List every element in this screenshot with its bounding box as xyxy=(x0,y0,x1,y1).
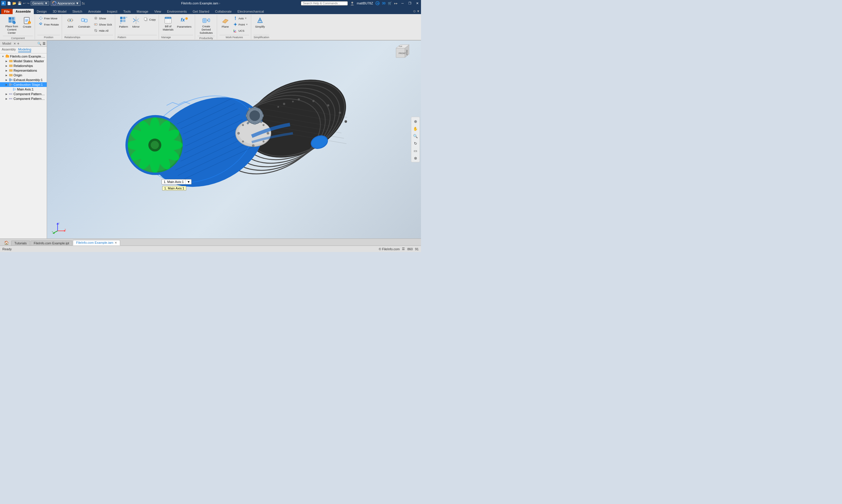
show-sick-button[interactable]: Show Sick xyxy=(92,21,113,27)
expand-icon-relationships[interactable]: ▶ xyxy=(5,64,8,68)
dropdown-arrow[interactable]: ▼ xyxy=(185,179,191,184)
tree-item-comp-pattern-1[interactable]: ▶ Component Pattern 1:1 xyxy=(0,92,47,96)
ribbon-tab-collaborate[interactable]: Collaborate xyxy=(212,9,234,14)
new-icon[interactable]: 📄 xyxy=(7,1,11,5)
search-input[interactable] xyxy=(301,1,348,5)
pattern-button[interactable]: Pattern xyxy=(118,15,129,29)
tree-item-root[interactable]: ▼ FileInfo.com Example.iam xyxy=(0,54,47,59)
tree-item-combustion-stage[interactable]: ▶ Combustion Stage:1 xyxy=(0,82,47,87)
mirror-button[interactable]: Mirror xyxy=(130,15,142,29)
simplify-button[interactable]: Simplify xyxy=(253,15,266,29)
model-tab-close-btn[interactable]: ✕ xyxy=(14,42,16,45)
plane-button[interactable]: Plane xyxy=(219,15,231,29)
svg-rect-70 xyxy=(6,55,7,55)
svg-point-132 xyxy=(267,132,269,134)
ribbon-tab-assemble[interactable]: Assemble xyxy=(13,9,34,14)
ribbon-tab-getstarted[interactable]: Get Started xyxy=(190,9,212,14)
create-button[interactable]: + Create xyxy=(21,15,33,29)
place-from-content-center-button[interactable]: + Place fromContent Center xyxy=(3,15,21,35)
ribbon-tab-design[interactable]: Design xyxy=(34,9,50,14)
expand-icon-origin[interactable]: ▶ xyxy=(5,73,8,77)
fx-icon[interactable]: fx xyxy=(82,1,85,5)
svg-point-50 xyxy=(185,17,188,20)
statusbar-menu-icon[interactable]: ☰ xyxy=(402,247,405,251)
point-dropdown[interactable]: ▼ xyxy=(246,23,248,26)
bill-of-materials-button[interactable]: Bill ofMaterials xyxy=(161,15,175,32)
zoom-window-button[interactable]: 🔍 xyxy=(412,133,419,139)
ribbon-tab-view[interactable]: View xyxy=(151,9,164,14)
panel-search-icon[interactable]: 🔍 xyxy=(37,42,41,46)
ribbon-tab-sketch[interactable]: Sketch xyxy=(69,9,85,14)
tab-example-ipt[interactable]: FileInfo.com Example.ipt xyxy=(31,240,72,246)
ribbon-tab-tools[interactable]: Tools xyxy=(120,9,134,14)
home-button[interactable]: 🏠 xyxy=(2,240,11,246)
tree-item-exhaust-assembly[interactable]: ▶ Exhaust Assembly:1 xyxy=(0,77,47,82)
zoom-in-button[interactable]: ⊕ xyxy=(412,118,419,125)
ucs-button[interactable]: UCS xyxy=(232,28,249,34)
tab-example-iam-close[interactable]: ✕ xyxy=(114,241,117,245)
free-move-button[interactable]: Free Move xyxy=(37,15,60,21)
tab-example-iam[interactable]: FileInfo.com Example.iam ✕ xyxy=(73,240,120,246)
cart-icon[interactable]: 🛒 xyxy=(388,1,392,5)
pan-button[interactable]: ✋ xyxy=(412,125,419,132)
close-button[interactable]: ✕ xyxy=(415,1,420,5)
open-icon[interactable]: 📂 xyxy=(12,1,16,5)
expand-icon-exhaust[interactable]: ▶ xyxy=(5,78,8,82)
hide-all-label: Hide All xyxy=(99,29,108,32)
axis-button[interactable]: Axis ▼ xyxy=(232,15,249,21)
create-derived-substitutes-button[interactable]: Create DerivedSubstitutes xyxy=(197,15,215,35)
free-rotate-button[interactable]: Free Rotate xyxy=(37,21,60,27)
parameters-button[interactable]: fx Parameters xyxy=(176,15,193,29)
tree-label-representations: Representations xyxy=(14,69,37,72)
expand-icon-cp2[interactable]: ▶ xyxy=(5,97,8,101)
nav-cube[interactable]: FRONT RIGHT TOP xyxy=(392,42,409,60)
tree-item-model-states[interactable]: ▶ Model States: Master xyxy=(0,59,47,64)
undo-icon[interactable]: ↩ xyxy=(23,1,25,5)
view-options-button[interactable]: ▭ xyxy=(412,147,419,154)
view-toggle-icon[interactable]: ⊙ ▼ xyxy=(413,10,420,13)
viewport-dropdown[interactable]: 1. Main Axis:1 ▼ xyxy=(162,179,192,184)
joint-button[interactable]: Joint xyxy=(64,15,76,29)
tree-item-origin[interactable]: ▶ Origin xyxy=(0,73,47,77)
style-selector-icon: ▼ xyxy=(44,1,48,5)
orbit-button[interactable]: ↻ xyxy=(412,140,419,147)
subtab-assembly[interactable]: Assembly xyxy=(2,48,16,52)
ribbon-tab-annotate[interactable]: Annotate xyxy=(85,9,104,14)
expand-icon-root[interactable]: ▼ xyxy=(1,55,5,58)
ribbon-tab-file[interactable]: File xyxy=(1,9,13,14)
more-view-button[interactable]: ⊗ xyxy=(412,155,419,161)
point-button[interactable]: Point ▼ xyxy=(232,21,249,27)
redo-icon[interactable]: ↪ xyxy=(27,1,29,5)
expand-icon-model-states[interactable]: ▶ xyxy=(5,59,8,63)
viewport[interactable]: 1. Main Axis:1 ▼ 1. Main Axis:1 FRONT RI… xyxy=(47,40,421,238)
manage-group-label: Manage xyxy=(161,35,193,39)
ribbon-tab-inspect[interactable]: Inspect xyxy=(104,9,120,14)
hide-all-button[interactable]: Hide All xyxy=(92,28,113,34)
expand-icon-cp1[interactable]: ▶ xyxy=(5,92,8,96)
expand-icon-combustion[interactable]: ▶ xyxy=(5,83,8,86)
svg-rect-36 xyxy=(123,20,125,22)
more-btn[interactable]: ▸▸ xyxy=(394,1,398,5)
restore-button[interactable]: ❐ xyxy=(407,1,412,5)
panel-menu-icon[interactable]: ☰ xyxy=(42,42,46,46)
ribbon-tab-electromech[interactable]: Electromechanical xyxy=(234,9,267,14)
ribbon-tab-manage[interactable]: Manage xyxy=(134,9,151,14)
copy-button[interactable]: Copy xyxy=(143,16,157,22)
show-button[interactable]: Show xyxy=(92,15,113,21)
minimize-button[interactable]: ─ xyxy=(400,1,405,5)
subtab-modeling[interactable]: Modeling xyxy=(18,48,32,52)
axis-dropdown[interactable]: ▼ xyxy=(245,17,247,20)
ribbon-tab-3dmodel[interactable]: 3D Model xyxy=(50,9,69,14)
expand-icon-representations[interactable]: ▶ xyxy=(5,69,8,72)
tree-item-comp-pattern-2[interactable]: ▶ Component Pattern 2:1 xyxy=(0,96,47,101)
tree-item-representations[interactable]: ▶ Representations xyxy=(0,68,47,73)
save-icon[interactable]: 💾 xyxy=(18,1,22,5)
style-selector[interactable]: Generic ▼ xyxy=(31,1,49,5)
tab-tutorials[interactable]: Tutorials xyxy=(11,240,30,246)
constrain-button[interactable]: Constrain xyxy=(77,15,92,29)
appearance-selector[interactable]: Appearance ▼ xyxy=(51,1,80,6)
tree-item-main-axis[interactable]: Main Axis:1 xyxy=(0,87,47,92)
tree-item-relationships[interactable]: ▶ Relationships xyxy=(0,64,47,68)
model-tab-add-btn[interactable]: + xyxy=(17,41,19,46)
ribbon-tab-environments[interactable]: Environments xyxy=(164,9,190,14)
